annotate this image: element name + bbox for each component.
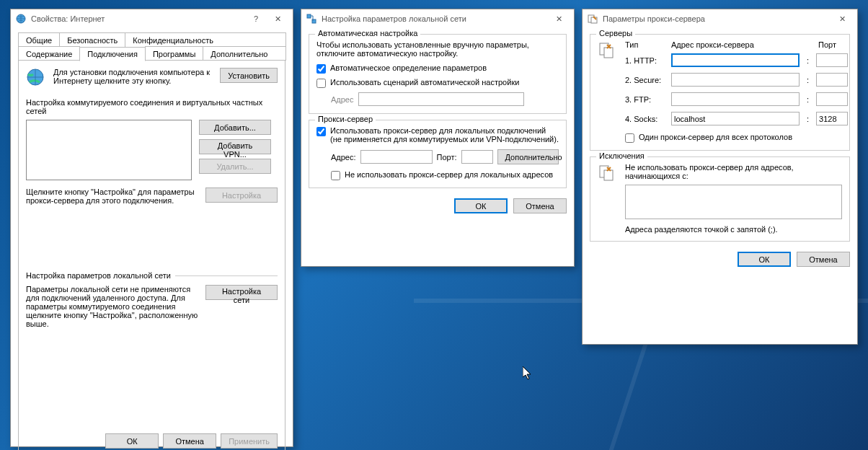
col-addr: Адрес прокси-сервера: [671, 40, 800, 49]
exceptions-hint: Адреса разделяются точкой с запятой (;).: [625, 225, 842, 234]
dialup-hint: Щелкните кнопку "Настройка" для параметр…: [26, 188, 198, 205]
same-proxy-checkbox[interactable]: Один прокси-сервер для всех протоколов: [625, 133, 848, 143]
use-proxy-label: Использовать прокси-сервер для локальных…: [330, 126, 559, 144]
use-proxy-checkbox[interactable]: Использовать прокси-сервер для локальных…: [316, 126, 559, 144]
row-socks-label: 4. Socks:: [625, 115, 667, 123]
connections-listbox[interactable]: [26, 120, 192, 180]
tab-advanced[interactable]: Дополнительно: [203, 46, 286, 61]
autodetect-label: Автоматическое определение параметров: [330, 63, 487, 72]
col-port: Порт: [818, 40, 836, 49]
window-title: Свойства: Интернет: [31, 14, 245, 23]
row-ftp-label: 3. FTP:: [625, 95, 667, 104]
secure-port-input[interactable]: [816, 73, 848, 87]
tab-panel-connections: Для установки подключения компьютера к И…: [18, 60, 285, 450]
autoscript-checkbox[interactable]: Использовать сценарий автоматической нас…: [316, 78, 559, 88]
dialup-heading: Настройка коммутируемого соединения и ви…: [26, 98, 273, 115]
auto-config-group: Автоматическая настройка Чтобы использов…: [309, 34, 567, 114]
ftp-addr-input[interactable]: [671, 92, 800, 106]
svg-rect-9: [604, 170, 613, 180]
proxy-addr-input[interactable]: [360, 150, 433, 164]
svg-rect-7: [604, 48, 613, 58]
close-button[interactable]: ✕: [267, 11, 288, 27]
lan-heading: Настройка параметров локальной сети: [26, 271, 171, 280]
col-type: Тип: [625, 40, 667, 49]
auto-config-legend: Автоматическая настройка: [315, 29, 420, 38]
tab-general[interactable]: Общие: [18, 32, 60, 47]
exceptions-text: Не использовать прокси-сервер для адресо…: [625, 163, 842, 180]
tab-content[interactable]: Содержание: [18, 46, 80, 61]
proxy-advanced-button[interactable]: Дополнительно: [497, 149, 559, 164]
remove-button[interactable]: Удалить...: [199, 159, 271, 174]
same-proxy-label: Один прокси-сервер для всех протоколов: [639, 133, 792, 141]
setup-button[interactable]: Установить: [220, 68, 278, 83]
globe-icon: [15, 13, 27, 25]
lan-settings-button[interactable]: Настройка сети: [205, 285, 278, 300]
cursor-icon: [523, 366, 533, 382]
proxy-port-label: Порт:: [437, 153, 457, 162]
add-button[interactable]: Добавить...: [199, 120, 271, 135]
exceptions-legend: Исключения: [596, 151, 647, 160]
bypass-local-label: Не использовать прокси-сервер для локаль…: [345, 170, 553, 179]
cancel-button[interactable]: Отмена: [797, 252, 850, 267]
use-proxy-input[interactable]: [316, 127, 326, 136]
ok-button[interactable]: ОК: [105, 433, 159, 449]
exceptions-icon: [598, 163, 618, 185]
titlebar[interactable]: Настройка параметров локальной сети ✕: [301, 9, 574, 28]
globe-large-icon: [26, 68, 46, 88]
autodetect-input[interactable]: [316, 64, 326, 74]
servers-legend: Серверы: [596, 29, 635, 38]
http-addr-input[interactable]: [671, 53, 800, 67]
http-port-input[interactable]: [816, 53, 848, 67]
script-addr-input[interactable]: [358, 92, 524, 106]
script-addr-label: Адрес: [331, 95, 354, 104]
autodetect-checkbox[interactable]: Автоматическое определение параметров: [316, 63, 559, 74]
tabs: Общие Безопасность Конфиденциальность Со…: [18, 32, 285, 450]
bypass-local-checkbox[interactable]: Не использовать прокси-сервер для локаль…: [331, 170, 559, 180]
add-vpn-button[interactable]: Добавить VPN...: [199, 139, 271, 154]
lan-text: Параметры локальной сети не применяются …: [26, 285, 198, 328]
window-title: Настройка параметров локальной сети: [322, 14, 548, 23]
tab-connections[interactable]: Подключения: [79, 47, 146, 61]
ok-button[interactable]: ОК: [738, 252, 791, 267]
titlebar[interactable]: Свойства: Интернет ? ✕: [11, 9, 293, 28]
socks-addr-input[interactable]: [671, 112, 800, 125]
proxy-addr-label: Адрес:: [331, 153, 356, 162]
internet-properties-window: Свойства: Интернет ? ✕ Общие Безопасност…: [10, 9, 293, 447]
apply-button[interactable]: Применить: [221, 433, 278, 449]
autoscript-label: Использовать сценарий автоматической нас…: [330, 78, 519, 87]
proxy-port-input[interactable]: [461, 150, 493, 164]
ftp-port-input[interactable]: [816, 92, 848, 106]
close-button[interactable]: ✕: [548, 11, 570, 27]
cancel-button[interactable]: Отмена: [163, 433, 216, 449]
tab-privacy[interactable]: Конфиденциальность: [125, 32, 286, 47]
proxy-icon: [587, 13, 598, 25]
titlebar[interactable]: Параметры прокси-сервера ✕: [583, 9, 857, 28]
socks-port-input[interactable]: [816, 112, 848, 125]
proxy-settings-window: Параметры прокси-сервера ✕ Серверы Тип А…: [582, 9, 858, 345]
proxy-legend: Прокси-сервер: [315, 115, 376, 123]
tab-security[interactable]: Безопасность: [59, 32, 125, 47]
exceptions-group: Исключения Не использовать прокси-сервер…: [590, 156, 850, 242]
setup-text: Для установки подключения компьютера к И…: [53, 68, 213, 85]
help-button[interactable]: ?: [245, 11, 267, 27]
bypass-local-input[interactable]: [331, 171, 340, 180]
window-title: Параметры прокси-сервера: [603, 14, 831, 23]
same-proxy-input[interactable]: [625, 133, 634, 143]
tab-programs[interactable]: Программы: [145, 46, 203, 61]
network-icon: [306, 13, 317, 25]
exceptions-textarea[interactable]: [625, 185, 842, 219]
close-button[interactable]: ✕: [831, 11, 853, 27]
auto-config-hint: Чтобы использовать установленные вручную…: [316, 40, 559, 58]
proxy-group: Прокси-сервер Использовать прокси-сервер…: [309, 120, 567, 188]
row-http-label: 1. HTTP:: [625, 56, 667, 65]
servers-icon: [598, 40, 618, 62]
autoscript-input[interactable]: [316, 79, 326, 88]
cancel-button[interactable]: Отмена: [513, 198, 567, 213]
ok-button[interactable]: ОК: [454, 198, 508, 213]
svg-rect-2: [307, 14, 311, 18]
lan-settings-window: Настройка параметров локальной сети ✕ Ав…: [301, 9, 575, 267]
servers-group: Серверы Тип Адрес прокси-сервера Порт 1.…: [590, 34, 850, 151]
conn-settings-button[interactable]: Настройка: [205, 188, 278, 203]
secure-addr-input[interactable]: [671, 73, 800, 87]
row-secure-label: 2. Secure:: [625, 76, 667, 84]
